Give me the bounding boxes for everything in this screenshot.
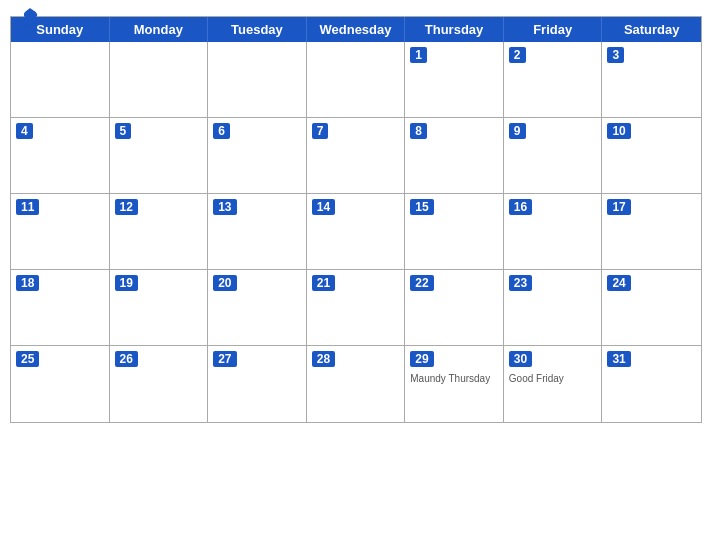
calendar-cell: 7 [307,118,406,194]
calendar-cell: 24 [602,270,701,346]
calendar-cell: 6 [208,118,307,194]
date-number: 17 [607,199,630,215]
date-number: 1 [410,47,427,63]
calendar-cell: 21 [307,270,406,346]
date-number: 27 [213,351,236,367]
date-number: 6 [213,123,230,139]
calendar-cell: 0 [307,42,406,118]
day-header-thursday: Thursday [405,17,504,42]
calendar-cell: 3 [602,42,701,118]
calendar-grid: 0000123456789101112131415161718192021222… [11,42,701,422]
calendar: SundayMondayTuesdayWednesdayThursdayFrid… [10,16,702,423]
date-number: 23 [509,275,532,291]
calendar-cell: 11 [11,194,110,270]
calendar-cell: 18 [11,270,110,346]
calendar-cell: 9 [504,118,603,194]
date-number: 12 [115,199,138,215]
date-number: 21 [312,275,335,291]
calendar-cell: 14 [307,194,406,270]
calendar-header [0,0,712,16]
date-number: 3 [607,47,624,63]
calendar-cell: 2 [504,42,603,118]
date-number: 10 [607,123,630,139]
calendar-cell: 1 [405,42,504,118]
date-number: 22 [410,275,433,291]
date-number: 29 [410,351,433,367]
logo-bird-icon [22,8,38,30]
date-number: 4 [16,123,33,139]
calendar-cell: 0 [110,42,209,118]
date-number: 8 [410,123,427,139]
calendar-cell: 19 [110,270,209,346]
holiday-label: Maundy Thursday [410,373,498,384]
date-number: 25 [16,351,39,367]
date-number: 5 [115,123,132,139]
day-header-friday: Friday [504,17,603,42]
day-header-tuesday: Tuesday [208,17,307,42]
calendar-cell: 22 [405,270,504,346]
calendar-cell: 16 [504,194,603,270]
calendar-cell: 17 [602,194,701,270]
date-number: 16 [509,199,532,215]
date-number: 24 [607,275,630,291]
day-header-wednesday: Wednesday [307,17,406,42]
date-number: 14 [312,199,335,215]
date-number: 19 [115,275,138,291]
calendar-cell: 25 [11,346,110,422]
date-number: 15 [410,199,433,215]
date-number: 30 [509,351,532,367]
date-number: 18 [16,275,39,291]
calendar-cell: 12 [110,194,209,270]
calendar-cell: 31 [602,346,701,422]
date-number: 26 [115,351,138,367]
day-header-monday: Monday [110,17,209,42]
calendar-cell: 0 [208,42,307,118]
date-number: 2 [509,47,526,63]
date-number: 31 [607,351,630,367]
day-header-saturday: Saturday [602,17,701,42]
calendar-cell: 0 [11,42,110,118]
logo [20,8,38,30]
calendar-cell: 26 [110,346,209,422]
date-number: 20 [213,275,236,291]
calendar-cell: 13 [208,194,307,270]
calendar-cell: 10 [602,118,701,194]
date-number: 9 [509,123,526,139]
calendar-cell: 15 [405,194,504,270]
date-number: 13 [213,199,236,215]
calendar-cell: 5 [110,118,209,194]
calendar-cell: 29Maundy Thursday [405,346,504,422]
date-number: 28 [312,351,335,367]
date-number: 11 [16,199,39,215]
holiday-label: Good Friday [509,373,597,384]
calendar-cell: 30Good Friday [504,346,603,422]
calendar-cell: 27 [208,346,307,422]
calendar-cell: 4 [11,118,110,194]
calendar-cell: 23 [504,270,603,346]
date-number: 7 [312,123,329,139]
day-headers-row: SundayMondayTuesdayWednesdayThursdayFrid… [11,17,701,42]
calendar-cell: 8 [405,118,504,194]
calendar-cell: 28 [307,346,406,422]
calendar-cell: 20 [208,270,307,346]
